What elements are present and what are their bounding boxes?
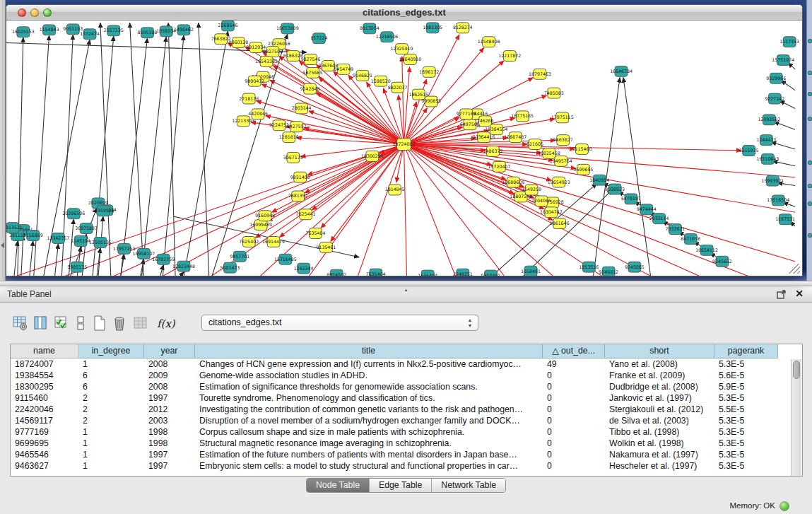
graph-node[interactable]: 1244413 <box>756 135 776 146</box>
graph-node[interactable]: 7635404 <box>366 269 386 276</box>
table-cell[interactable]: 1 <box>78 358 144 370</box>
graph-edge[interactable] <box>130 23 144 276</box>
graph-node[interactable]: 20206506 <box>62 209 85 219</box>
graph-node[interactable]: 1056034 <box>156 26 176 37</box>
table-row[interactable]: 946362711997Embryonic stem cells: a mode… <box>11 460 802 472</box>
table-cell[interactable]: 19384554 <box>11 370 78 381</box>
table-cell[interactable]: de Silva et al. (2003) <box>605 415 714 426</box>
graph-node[interactable]: 2933114 <box>649 214 669 224</box>
table-cell[interactable]: 2003 <box>144 415 195 426</box>
table-cell[interactable]: 0 <box>543 449 605 460</box>
table-cell[interactable]: 1997 <box>144 449 195 460</box>
graph-edge[interactable] <box>168 23 175 276</box>
graph-node[interactable]: 1154843 <box>40 25 59 35</box>
graph-node[interactable]: 5901473 <box>220 262 240 273</box>
graph-node[interactable]: 8860128 <box>228 37 248 48</box>
table-cell[interactable]: 18300295 <box>11 381 78 392</box>
graph-node[interactable]: 8924502 <box>326 269 346 276</box>
table-cell[interactable]: Wolkin et al. (1998) <box>605 438 714 449</box>
table-cell[interactable]: 1998 <box>144 438 195 449</box>
table-cell[interactable]: Stergiakouli et al. (2012) <box>605 404 714 415</box>
graph-node[interactable]: 9831405 <box>290 172 310 182</box>
graph-node[interactable]: 30975887 <box>75 223 98 234</box>
graph-edge[interactable] <box>287 127 404 144</box>
graph-node[interactable]: 11548408 <box>478 37 500 47</box>
table-cell[interactable]: Estimation of the future numbers of pati… <box>195 449 543 460</box>
network-view-window[interactable]: citations_edges.txt 16025553115484390511… <box>6 4 803 276</box>
graph-node[interactable]: 12213393 <box>232 116 254 127</box>
table-row[interactable]: 1456911722003Disruption of a novel membe… <box>11 415 802 426</box>
graph-node[interactable]: 15751074 <box>772 55 794 66</box>
table-cell[interactable]: 2008 <box>144 358 195 370</box>
graph-edge[interactable] <box>781 81 795 90</box>
graph-node[interactable]: 1145194 <box>71 236 90 247</box>
graph-node[interactable]: 2357335 <box>104 25 124 36</box>
column-header-in-degree[interactable]: in_degree <box>78 344 144 358</box>
graph-node[interactable]: 1914845 <box>385 185 405 195</box>
graph-node[interactable]: 1696172 <box>419 66 439 77</box>
graph-node[interactable]: 9463627 <box>553 135 573 146</box>
column-header-out-de-[interactable]: △ out_de... <box>543 344 605 358</box>
graph-node[interactable]: 9224752 <box>269 120 289 131</box>
table-cell[interactable]: 9777169 <box>11 426 78 438</box>
float-panel-icon[interactable] <box>777 289 787 299</box>
table-cell[interactable]: Dudbridge et al. (2008) <box>605 381 714 392</box>
graph-node[interactable]: 16543382 <box>255 57 278 67</box>
graph-node[interactable]: 18775165 <box>511 111 534 122</box>
graph-node[interactable]: 17016504 <box>767 195 789 206</box>
graph-node[interactable]: 1292344 <box>294 263 314 274</box>
table-cell[interactable]: 0 <box>543 370 605 381</box>
graph-node[interactable]: 12505135 <box>89 237 112 247</box>
graph-node[interactable]: 8813054 <box>360 23 379 34</box>
table-cell[interactable]: 0 <box>543 438 605 449</box>
graph-node[interactable]: 16053809 <box>276 23 299 34</box>
table-cell[interactable]: 5.3E-5 <box>714 426 778 438</box>
graph-edge[interactable] <box>783 202 795 206</box>
table-cell[interactable]: 5.3E-5 <box>714 392 778 404</box>
table-cell[interactable]: 2 <box>78 415 144 426</box>
table-cell[interactable]: 6 <box>78 381 144 392</box>
table-cell[interactable]: 2 <box>78 404 144 415</box>
delete-table-icon[interactable] <box>112 315 127 332</box>
graph-node[interactable]: 9245012 <box>599 267 618 276</box>
graph-node[interactable]: 15993971 <box>761 175 784 186</box>
function-builder-icon[interactable]: f(x) <box>157 317 175 330</box>
column-header-name[interactable]: name <box>11 344 78 358</box>
graph-edge[interactable] <box>404 144 751 276</box>
table-cell[interactable]: 5.6E-5 <box>714 370 778 381</box>
close-panel-icon[interactable]: ✕ <box>795 288 804 299</box>
graph-node[interactable]: 2269646 <box>218 21 238 31</box>
table-cell[interactable]: 0 <box>543 460 605 472</box>
graph-node[interactable]: 9245652 <box>712 256 732 267</box>
table-cell[interactable]: 1997 <box>144 392 195 404</box>
graph-edge[interactable] <box>404 144 796 177</box>
graph-edge[interactable] <box>774 122 795 129</box>
graph-node[interactable]: 16782759 <box>152 254 175 264</box>
table-cell[interactable]: 9465546 <box>11 449 78 460</box>
graph-node[interactable]: 8427552 <box>287 122 307 132</box>
table-cell[interactable]: 1 <box>78 438 144 449</box>
tab-edge-table[interactable]: Edge Table <box>370 479 432 492</box>
table-row[interactable]: 1830029562008Estimation of significance … <box>11 381 802 392</box>
graph-node[interactable]: 17975115 <box>551 112 574 123</box>
table-cell[interactable]: Corpus callosum shape and size in male p… <box>195 426 543 438</box>
table-cell[interactable]: 0 <box>543 415 605 426</box>
table-cell[interactable]: 5.3E-5 <box>714 460 778 472</box>
table-cell[interactable]: 9115460 <box>11 392 78 404</box>
graph-edge[interactable] <box>121 38 148 276</box>
table-row[interactable]: 977716911998Corpus callosum shape and si… <box>11 426 802 438</box>
table-cell[interactable]: 49 <box>543 358 605 370</box>
table-cell[interactable]: Jankovic et al. (1997) <box>605 392 714 404</box>
window-resize-grip[interactable] <box>789 264 800 274</box>
graph-node[interactable]: 3067175 <box>283 152 303 163</box>
graph-node[interactable]: 2248351 <box>453 269 473 276</box>
graph-edge[interactable] <box>199 23 209 276</box>
graph-node[interactable]: 9135461 <box>316 242 336 252</box>
graph-node[interactable]: 16648784 <box>610 66 632 76</box>
table-cell[interactable]: 2009 <box>144 370 195 381</box>
graph-node[interactable]: 9245065 <box>625 262 645 272</box>
table-columns-icon[interactable] <box>33 315 49 332</box>
graph-node[interactable]: 9457791 <box>230 251 249 262</box>
table-cell[interactable]: 1997 <box>144 460 195 472</box>
graph-node[interactable]: 12923448 <box>172 261 195 271</box>
